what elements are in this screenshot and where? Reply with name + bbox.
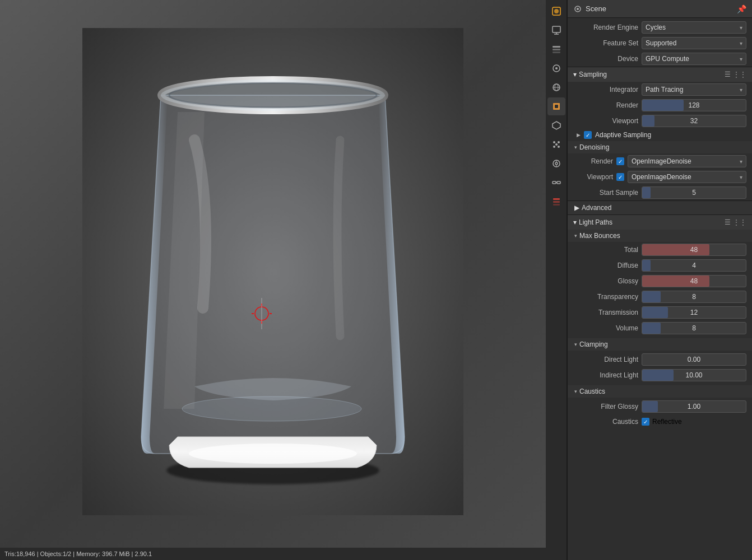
sampling-triangle: ▾	[573, 71, 577, 78]
viewport[interactable]: Tris:18,946 | Objects:1/2 | Memory: 396.…	[0, 0, 546, 560]
adaptive-sampling-row[interactable]: ▶ ✓ Adaptive Sampling	[568, 129, 752, 141]
svg-point-34	[555, 162, 558, 165]
render-denoise-row: Render ✓ OpenImageDenoise	[568, 153, 752, 169]
render-denoise-value: OpenImageDenoise	[632, 157, 691, 165]
svg-rect-19	[553, 49, 560, 50]
total-row: Total 48	[568, 242, 752, 258]
scene-icon-btn[interactable]	[547, 59, 565, 77]
max-bounces-triangle: ▾	[574, 233, 577, 239]
denoising-triangle: ▾	[574, 144, 577, 150]
view-layer-icon-btn[interactable]	[547, 40, 565, 58]
sampling-section-header[interactable]: ▾ Sampling ☰ ⋮⋮	[568, 67, 752, 82]
lp-list-icon[interactable]: ☰	[725, 218, 731, 226]
svg-point-31	[558, 146, 560, 148]
render-icon-btn[interactable]	[547, 2, 565, 20]
diffuse-value: 4	[692, 262, 696, 269]
object-icon-btn[interactable]	[547, 97, 565, 115]
transmission-field[interactable]: 12	[642, 306, 746, 319]
constraints-icon-btn[interactable]	[547, 174, 565, 192]
physics-icon-btn[interactable]	[547, 155, 565, 172]
svg-rect-42	[553, 204, 560, 206]
viewport-denoise-dropdown[interactable]: OpenImageDenoise	[628, 171, 746, 183]
svg-point-3	[161, 80, 385, 111]
render-denoise-checkbox[interactable]: ✓	[616, 157, 624, 165]
sampling-label: Sampling	[579, 71, 607, 78]
svg-point-29	[558, 141, 560, 143]
filter-glossy-value: 1.00	[688, 403, 700, 410]
list-icon[interactable]: ☰	[725, 71, 731, 78]
render-value: 128	[688, 101, 699, 109]
world-icon-btn[interactable]	[547, 78, 565, 96]
svg-rect-20	[553, 52, 560, 53]
max-bounces-header[interactable]: ▾ Max Bounces	[568, 230, 752, 242]
device-value: GPU Compute	[646, 55, 689, 63]
direct-light-label: Direct Light	[577, 356, 638, 363]
viewport-denoise-checkbox[interactable]: ✓	[616, 173, 624, 181]
render-label: Render	[577, 101, 638, 109]
caustics-triangle: ▾	[574, 389, 577, 394]
advanced-triangle: ▶	[574, 204, 579, 212]
diffuse-row: Diffuse 4	[568, 258, 752, 273]
integrator-dropdown[interactable]: Path Tracing	[642, 83, 746, 96]
light-paths-header[interactable]: ▾ Light Paths ☰ ⋮⋮	[568, 215, 752, 230]
transmission-row: Transmission 12	[568, 305, 752, 320]
sampling-header-icons: ☰ ⋮⋮	[725, 71, 746, 78]
diffuse-field[interactable]: 4	[642, 259, 746, 272]
feature-set-row: Feature Set Supported	[568, 35, 752, 51]
render-row: Render 128	[568, 97, 752, 113]
svg-rect-37	[553, 181, 556, 184]
glossy-field[interactable]: 48	[642, 275, 746, 287]
caustics-label: Caustics	[579, 388, 605, 395]
adaptive-checkbox[interactable]: ✓	[584, 131, 592, 139]
viewport-denoise-value: OpenImageDenoise	[632, 173, 691, 181]
integrator-value: Path Tracing	[646, 86, 683, 94]
device-label: Device	[577, 55, 638, 63]
clamping-header[interactable]: ▾ Clamping	[568, 338, 752, 351]
integrator-label: Integrator	[577, 86, 638, 94]
feature-set-dropdown[interactable]: Supported	[642, 37, 746, 49]
denoising-header[interactable]: ▾ Denoising	[568, 141, 752, 153]
device-dropdown[interactable]: GPU Compute	[642, 53, 746, 65]
viewport-denoise-row: Viewport ✓ OpenImageDenoise	[568, 169, 752, 185]
glossy-value: 48	[690, 277, 698, 285]
caustics-reflective-row: Caustics ✓ Reflective	[568, 414, 752, 429]
volume-label: Volume	[577, 324, 638, 332]
grid-icon[interactable]: ⋮⋮	[733, 71, 746, 78]
feature-set-value: Supported	[646, 39, 676, 47]
indirect-light-field[interactable]: 10.00	[642, 369, 746, 381]
filter-glossy-field[interactable]: 1.00	[642, 400, 746, 413]
transparency-field[interactable]: 8	[642, 291, 746, 303]
reflective-checkbox[interactable]: ✓	[642, 418, 649, 426]
render-denoise-dropdown[interactable]: OpenImageDenoise	[628, 155, 746, 167]
glossy-label: Glossy	[577, 277, 638, 285]
svg-rect-41	[553, 201, 560, 203]
total-field[interactable]: 48	[642, 244, 746, 256]
lp-grid-icon[interactable]: ⋮⋮	[733, 218, 746, 226]
direct-light-field[interactable]: 0.00	[642, 353, 746, 366]
diffuse-label: Diffuse	[577, 262, 638, 269]
data-icon-btn[interactable]	[547, 193, 565, 211]
viewport-value-field[interactable]: 32	[642, 115, 746, 127]
volume-row: Volume 8	[568, 320, 752, 336]
render-engine-dropdown[interactable]: Cycles	[642, 21, 746, 34]
filter-glossy-label: Filter Glossy	[577, 403, 638, 410]
indirect-light-row: Indirect Light 10.00	[568, 367, 752, 383]
advanced-header[interactable]: ▶ Advanced	[568, 200, 752, 214]
pin-icon[interactable]: 📌	[737, 4, 746, 13]
render-value-field[interactable]: 128	[642, 99, 746, 111]
svg-rect-40	[553, 198, 560, 200]
modifier-icon-btn[interactable]	[547, 116, 565, 134]
glossy-row: Glossy 48	[568, 273, 752, 289]
icon-strip	[546, 0, 567, 560]
feature-set-label: Feature Set	[577, 39, 638, 47]
render-engine-row: Render Engine Cycles	[568, 18, 752, 35]
output-icon-btn[interactable]	[547, 21, 565, 39]
clamping-triangle: ▾	[574, 342, 577, 347]
start-sample-field[interactable]: 5	[642, 186, 746, 199]
caustics-header[interactable]: ▾ Caustics	[568, 385, 752, 398]
volume-field[interactable]: 8	[642, 322, 746, 334]
svg-point-32	[555, 143, 558, 146]
clamping-label: Clamping	[579, 340, 608, 348]
particles-icon-btn[interactable]	[547, 136, 565, 153]
max-bounces-label: Max Bounces	[579, 232, 620, 240]
